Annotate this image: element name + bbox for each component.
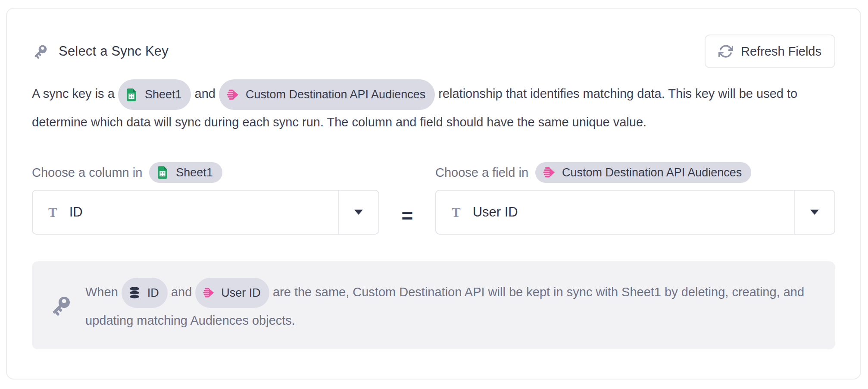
sync-key-description: A sync key is a Sheet1 and Custom Destin… [32, 79, 835, 135]
striped-arrow-icon [541, 165, 556, 180]
summary-text-end: are the same, Custom Destination API wil… [85, 285, 804, 327]
caret-down-icon [354, 210, 363, 215]
field-picker-table-badge: Custom Destination API Audiences [535, 162, 751, 183]
description-conjunction: and [195, 87, 215, 100]
field-select[interactable]: T User ID [435, 190, 835, 235]
card-header: Select a Sync Key Refresh Fields [32, 9, 835, 68]
column-picker-table-badge: Sheet1 [149, 162, 222, 183]
summary-column-badge: ID [122, 278, 168, 308]
column-picker-label: Choose a column in Sheet1 [32, 162, 379, 183]
column-picker: Choose a column in Sheet1 T ID [32, 162, 379, 235]
key-icon [49, 293, 73, 317]
caret-down-icon [810, 210, 819, 215]
text-type-icon: T [48, 206, 57, 219]
field-select-value-area: T User ID [436, 191, 794, 234]
column-select[interactable]: T ID [32, 190, 379, 235]
column-select-caret-button[interactable] [338, 191, 378, 234]
destination-table-badge-label: Custom Destination API Audiences [246, 82, 425, 107]
source-table-badge-label: Sheet1 [145, 82, 182, 107]
page-title: Select a Sync Key [59, 44, 169, 59]
sync-key-card: Select a Sync Key Refresh Fields A sync … [6, 8, 861, 380]
field-picker-label: Choose a field in Custom Destination API… [435, 162, 835, 183]
striped-arrow-icon [201, 286, 215, 300]
source-table-badge: Sheet1 [118, 79, 191, 110]
spreadsheet-icon [155, 165, 170, 180]
destination-table-badge: Custom Destination API Audiences [219, 79, 435, 110]
sync-summary-panel: When ID and User ID are the same, Custom… [32, 261, 835, 349]
column-picker-label-text: Choose a column in [32, 166, 142, 180]
database-icon [128, 286, 141, 300]
field-select-value: User ID [473, 204, 518, 220]
sync-key-pickers: Choose a column in Sheet1 T ID = Choose … [32, 162, 835, 242]
description-text-start: A sync key is a [32, 87, 115, 100]
summary-column-badge-label: ID [147, 280, 159, 305]
summary-conjunction: and [171, 285, 192, 299]
column-select-value-area: T ID [33, 191, 338, 234]
column-select-value: ID [69, 204, 83, 220]
refresh-fields-button[interactable]: Refresh Fields [705, 35, 835, 68]
sync-summary-text: When ID and User ID are the same, Custom… [85, 278, 818, 333]
column-picker-table-badge-label: Sheet1 [176, 166, 213, 179]
key-icon [32, 43, 49, 60]
summary-field-badge-label: User ID [221, 280, 261, 305]
field-picker-table-badge-label: Custom Destination API Audiences [562, 166, 742, 179]
field-picker: Choose a field in Custom Destination API… [435, 162, 835, 235]
striped-arrow-icon [225, 88, 240, 102]
equals-sign: = [379, 190, 435, 242]
text-type-icon: T [452, 206, 461, 219]
title-wrap: Select a Sync Key [32, 43, 169, 60]
summary-text-start: When [85, 285, 118, 299]
refresh-icon [718, 44, 733, 59]
field-select-caret-button[interactable] [794, 191, 834, 234]
field-picker-label-text: Choose a field in [435, 166, 528, 180]
spreadsheet-icon [124, 88, 139, 102]
refresh-button-label: Refresh Fields [741, 44, 821, 59]
summary-field-badge: User ID [195, 278, 269, 308]
